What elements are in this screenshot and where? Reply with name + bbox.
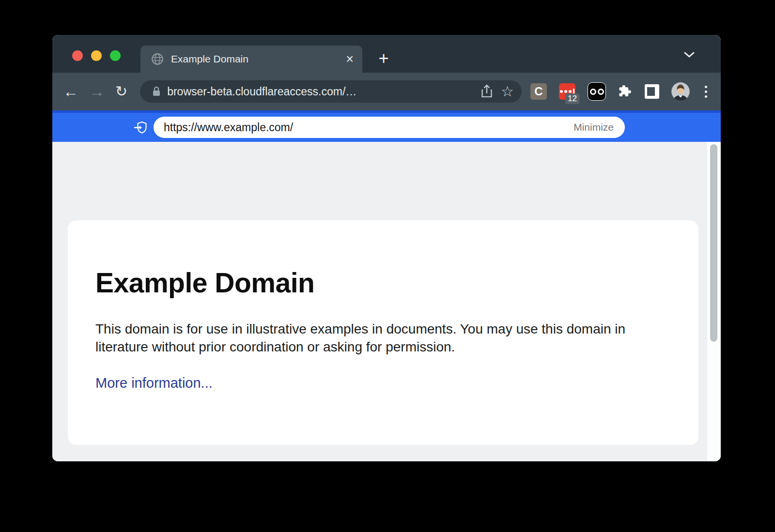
share-icon[interactable] [480,84,493,99]
isolation-shield-icon [133,120,149,136]
bookmark-star-icon[interactable]: ☆ [501,84,514,99]
address-bar[interactable]: browser-beta.cloudflareaccess.com/… ☆ [140,80,522,103]
circles-extension-icon[interactable] [588,82,606,101]
navigation-toolbar: ← → ↻ browser-beta.cloudflareaccess.com/… [52,73,721,110]
scrollbar-track[interactable] [707,142,721,461]
tab-title: Example Domain [171,53,248,65]
side-panel-inner [647,87,655,96]
example-domain-card: Example Domain This domain is for use in… [68,220,698,445]
tab-close-icon[interactable]: × [346,53,354,66]
page-viewport: Example Domain This domain is for use in… [52,142,721,461]
extension-c-icon[interactable]: C [530,83,547,100]
password-manager-extension-icon[interactable]: 12 [559,83,575,100]
minimize-button[interactable]: Minimize [574,122,614,133]
close-window-button[interactable] [72,50,83,61]
minimize-window-button[interactable] [91,50,102,61]
ring [590,89,596,95]
extensions-puzzle-icon[interactable] [618,84,633,99]
forward-button: → [89,84,105,99]
zoom-window-button[interactable] [110,50,121,61]
browser-menu-icon[interactable] [702,86,710,98]
reload-button[interactable]: ↻ [115,84,127,99]
traffic-lights [72,50,121,61]
tab-search-chevron-icon[interactable] [683,51,696,59]
more-information-link[interactable]: More information... [95,375,213,391]
address-url-text[interactable]: browser-beta.cloudflareaccess.com/… [167,85,473,98]
dot [560,90,563,93]
extensions-area: C 12 [530,82,710,101]
new-tab-button[interactable]: + [373,48,394,70]
ring [598,89,604,95]
side-panel-icon[interactable] [645,84,659,99]
isolation-address-input[interactable]: https://www.example.com/ Minimize [154,117,625,138]
isolation-url-bar: https://www.example.com/ Minimize [52,110,721,142]
page-paragraph: This domain is for use in illustrative e… [95,320,628,356]
browser-window: Example Domain × + ← → ↻ browser-beta.cl… [52,35,721,461]
dot [569,90,572,93]
profile-avatar[interactable] [671,82,690,101]
tab-example-domain[interactable]: Example Domain × [140,46,362,73]
extension-badge-count: 12 [565,93,579,104]
tab-strip: Example Domain × + [52,35,721,73]
dot [564,90,567,93]
globe-favicon-icon [151,53,164,65]
back-button[interactable]: ← [63,84,78,99]
isolation-url-text[interactable]: https://www.example.com/ [164,121,293,134]
lock-icon[interactable] [152,86,161,97]
page-heading: Example Domain [95,267,671,299]
scrollbar-thumb[interactable] [710,144,717,342]
